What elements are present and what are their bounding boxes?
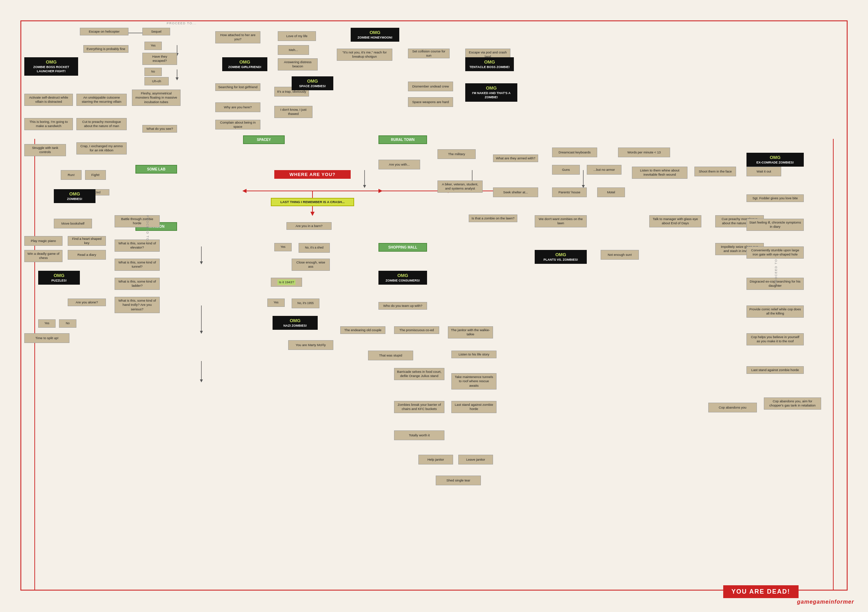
last-stand-horde-1: Last stand against zombie horde	[451, 401, 496, 413]
the-military: The military	[437, 149, 476, 159]
last-thing-crash: LAST THING I REMEMBER IS A CRASH...	[271, 198, 354, 206]
dreamcast-keyboards: Dreamcast keyboards	[552, 147, 597, 157]
take-maintenance: Take maintenence tunnels to roof where r…	[451, 373, 496, 389]
activate-self-destruct: Activate self-destruct while villain is …	[24, 94, 73, 106]
complain-space: Complain about being in space	[215, 120, 260, 130]
who-team-up: Who do you team up with?	[378, 302, 427, 310]
answering-distress: Answering distress beacon	[278, 58, 318, 70]
spacey: SPACEY	[243, 135, 285, 144]
biker-veteran: A biker, veteran, student, and systems a…	[437, 181, 483, 193]
parents-house: Parents' house	[552, 187, 587, 197]
run: Run!	[61, 170, 82, 180]
provide-comic-relief: Provide comic relief while cop does all …	[747, 305, 804, 318]
proceed-to-left-label: PROCEED TO...	[146, 215, 149, 319]
sequel: Sequel	[143, 28, 170, 36]
yes-1: Yes	[144, 42, 162, 50]
that-was-stupid: That was stupid	[368, 351, 413, 360]
promiscuous-co-ed: The promiscuous co-ed	[394, 326, 439, 334]
hand-trolly: What is this, some kind of hand trolly? …	[115, 297, 160, 313]
meh: Meh...	[278, 45, 309, 55]
what-do-you-see: What do you see?	[143, 125, 177, 133]
uh-oh: Uh-oh	[144, 77, 169, 85]
dismember-undead: Dismember undead crew	[408, 82, 453, 91]
cop-abandons-aim: Cop abandons you, aim for chopper's gas …	[764, 397, 821, 410]
gi-logo: gamegameinformer	[797, 599, 854, 605]
shed-single-tear: Shed single tear	[436, 476, 481, 485]
fleshy-monsters: Fleshy, asymmetrical monsters floating i…	[132, 90, 181, 106]
ladder: What is this, some kind of ladder?	[115, 278, 160, 290]
i-dont-know: I don't know, I just thawed	[274, 106, 313, 118]
fight: Fight!	[85, 170, 106, 180]
guns: Guns	[552, 165, 580, 175]
move-bookshelf: Move bookshelf	[54, 219, 92, 228]
motel: Motel	[597, 187, 625, 197]
words-per-min: Words per minute < 13	[618, 147, 670, 157]
struggle-tank: Struggle with tank controls	[24, 144, 66, 156]
what-armed-with: What are they armed with?	[493, 155, 538, 162]
find-heart-key: Find a heart shaped key	[68, 236, 106, 246]
love-of-life: Love of my life	[278, 31, 316, 41]
omg-tentacle-boss: OMG TENTACLE BOSS ZOMBIE!	[465, 57, 514, 71]
no-1955: No, it's 1955	[291, 299, 319, 308]
no-1: No	[144, 68, 162, 76]
shopping-mall: SHOPPING MALL	[378, 243, 427, 252]
why-are-you: Why are you here?	[215, 102, 260, 112]
listen-life-story: Listen to his life story	[451, 351, 496, 358]
yes-alone: Yes	[38, 319, 56, 328]
omg-nazi-zombies: OMG NAZI ZOMBIES!	[273, 316, 318, 330]
totally-worth-it: Totally worth it	[394, 431, 445, 440]
no-alone: No	[59, 319, 76, 328]
talk-manager: Talk to manager with glass eye about End…	[649, 215, 701, 228]
close-enough: Close enough, wise ass	[291, 259, 330, 271]
yes-barn: Yes	[274, 243, 291, 251]
help-janitor: Help janitor	[418, 455, 453, 465]
tunnel: What is this, some kind of tunnel?	[115, 259, 160, 271]
escape-helicopter: Escape on helicopter	[80, 28, 129, 36]
cut-to-monologue: Cut to preachy monologue about the natur…	[76, 118, 127, 130]
play-piano: Play magic piano	[24, 236, 62, 246]
cop-helps-believe: Cop helps you believe in yourself as you…	[747, 333, 804, 346]
janitor-walkie: The janitor with the walkie-talkie	[448, 326, 493, 338]
cop-abandons: Cop abandons you	[708, 403, 757, 412]
have-they-escaped: Have they escaped?	[143, 53, 177, 65]
you-are-marty: You are Marty McFly	[288, 340, 333, 350]
everything-fine: Everything is probably fine	[83, 45, 129, 53]
omg-zombie-honeymoon: OMG ZOMBIE HONEYMOON!	[351, 28, 399, 42]
where-are-you: WHERE ARE YOU?	[274, 170, 351, 179]
unskippable-cutscene: An unskippable cutscene starring the rec…	[76, 94, 127, 106]
omg-zombies-1: OMG ZOMBIES!	[54, 189, 96, 203]
set-collision: Set collision course for sun	[408, 49, 450, 58]
leave-janitor: Leave janitor	[458, 455, 493, 465]
omg-naked-zombie: OMG I'M NAKED AND THAT'S A ZOMBIE!	[465, 83, 517, 102]
elevator: What is this, some kind of elevator?	[115, 240, 160, 252]
read-diary: Read a diary	[68, 250, 106, 260]
omg-space-zombies: OMG SPACE ZOMBIES!	[291, 76, 333, 90]
endearing-couple: The endearing old couple	[340, 326, 385, 334]
wait-it-out: Wait it out	[747, 167, 781, 177]
not-you-its-me: "It's not you, it's me," reach for break…	[337, 49, 392, 61]
are-you-with: Are you with...	[378, 160, 420, 169]
not-enough-sun: Not enough sun!	[601, 250, 639, 260]
some-lab: SOME LAB	[135, 165, 177, 174]
is-it-1943: Is it 1943?	[271, 278, 302, 287]
are-you-alone: Are you alone?	[68, 299, 106, 306]
how-attached: How attached to her are you?	[215, 31, 260, 43]
battle-zombie-horde: Battle through zombie horde	[115, 215, 160, 228]
crap-ammo: Crap, I exchanged my ammo for an ink rib…	[76, 143, 127, 155]
yes-1943: Yes	[267, 299, 285, 307]
searching-lost-gf: Searching for lost girlfriend	[215, 83, 260, 91]
but-no-armor: ...but no armor	[587, 165, 622, 175]
listen-whine: Listen to them whine about inevitable fl…	[632, 167, 687, 179]
omg-zombie-boss: OMG ZOMBIE BOSS ROCKET LAUNCHER FIGHT!	[24, 57, 78, 76]
this-is-boring: This is boring, I'm going to make a sand…	[24, 118, 73, 130]
seek-shelter: Seek shelter at...	[493, 187, 538, 197]
space-weapons-hard: Space weapons are hard	[408, 97, 453, 107]
omg-ex-comrade: OMG EX-COMRADE ZOMBIES!	[747, 153, 804, 167]
rural-town: RURAL TOWN	[378, 135, 427, 144]
omg-plants-zombies: OMG PLANTS VS. ZOMBIES!	[535, 250, 587, 264]
page: PROCEED TO... OMG ZOMBIE BOSS ROCKET LAU…	[0, 0, 868, 612]
are-you-barn: Are you in a barn?	[287, 222, 332, 230]
is-zombie-lawn: Is that a zombie on the lawn?	[469, 215, 517, 222]
omg-zombie-girlfriend: OMG ZOMBIE GIRLFRIEND!	[222, 57, 267, 71]
you-are-dead: YOU ARE DEAD!	[723, 585, 798, 598]
